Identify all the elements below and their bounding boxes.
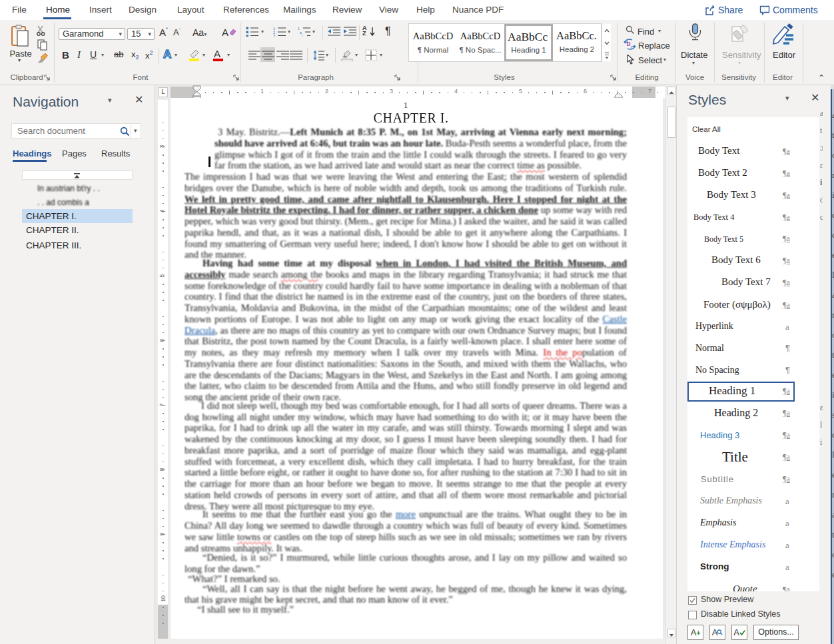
svg-text:i: i [302, 34, 302, 37]
svg-text:c: c [631, 44, 634, 50]
svg-text:b: b [627, 40, 631, 47]
svg-text:3: 3 [273, 34, 275, 37]
